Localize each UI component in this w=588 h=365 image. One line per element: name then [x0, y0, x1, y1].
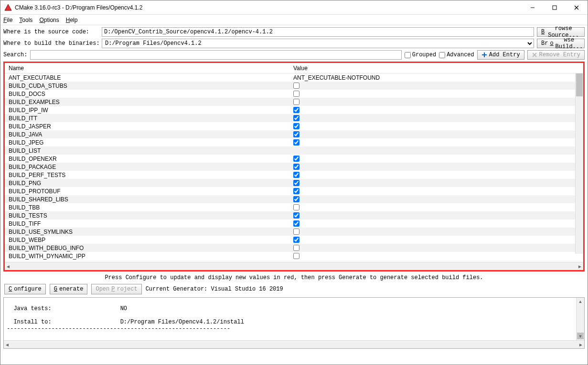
cache-value-checkbox[interactable] — [293, 180, 299, 186]
cache-entry-value[interactable] — [291, 131, 583, 137]
scroll-right-icon[interactable]: ► — [578, 342, 583, 347]
cache-entry-name: BUILD_PACKAGE — [5, 164, 291, 170]
browse-source-button[interactable]: Browse Source... — [537, 27, 585, 37]
table-row[interactable]: BUILD_DOCS — [5, 90, 583, 98]
table-row[interactable]: BUILD_WEBP — [5, 236, 583, 244]
table-row[interactable]: BUILD_PACKAGE — [5, 163, 583, 171]
table-row[interactable]: BUILD_JASPER — [5, 122, 583, 130]
table-row[interactable]: BUILD_JAVA — [5, 130, 583, 138]
grouped-checkbox[interactable]: Grouped — [405, 52, 436, 58]
table-row[interactable]: BUILD_OPENEXR — [5, 155, 583, 163]
table-row[interactable]: BUILD_EXAMPLES — [5, 98, 583, 106]
scroll-left-icon[interactable]: ◄ — [5, 342, 10, 347]
cache-entry-value[interactable] — [291, 245, 583, 251]
scrollbar-thumb[interactable] — [576, 73, 583, 96]
table-vertical-scrollbar[interactable] — [575, 73, 583, 254]
cache-entry-value[interactable]: ANT_EXECUTABLE-NOTFOUND — [291, 74, 583, 81]
output-vertical-scrollbar[interactable]: ▲ ▼ — [576, 298, 584, 340]
cache-entry-value[interactable] — [291, 123, 583, 129]
column-header-value[interactable]: Value — [291, 65, 575, 72]
build-path-combo[interactable]: D:/Program Files/Opencv4.1.2 — [102, 39, 534, 48]
cache-value-checkbox[interactable] — [293, 172, 299, 178]
output-text[interactable]: Java tests: NO Install to: D:/Program Fi… — [4, 298, 584, 340]
maximize-button[interactable] — [544, 0, 566, 14]
cache-value-checkbox[interactable] — [293, 156, 299, 162]
cache-value-checkbox[interactable] — [293, 131, 299, 137]
advanced-checkbox[interactable]: Advanced — [439, 52, 474, 58]
cache-entry-value[interactable] — [291, 212, 583, 219]
cache-value-checkbox[interactable] — [293, 245, 299, 251]
generate-button[interactable]: Generate — [50, 284, 88, 294]
table-row[interactable]: BUILD_SHARED_LIBS — [5, 195, 583, 203]
table-row[interactable]: BUILD_IPP_IW — [5, 106, 583, 114]
cache-entry-value[interactable] — [291, 180, 583, 186]
scroll-left-icon[interactable]: ◄ — [6, 264, 11, 269]
table-row[interactable]: BUILD_JPEG — [5, 138, 583, 146]
menu-file[interactable]: File — [3, 17, 12, 23]
scroll-up-icon[interactable]: ▲ — [577, 298, 584, 305]
browse-build-button[interactable]: Browse Build... — [537, 39, 585, 48]
table-row[interactable]: BUILD_TESTS — [5, 211, 583, 219]
minimize-button[interactable] — [522, 0, 544, 14]
table-row[interactable]: BUILD_ITT — [5, 114, 583, 122]
table-row[interactable]: BUILD_TBB — [5, 203, 583, 211]
table-row[interactable]: BUILD_PERF_TESTS — [5, 171, 583, 179]
table-row[interactable]: BUILD_WITH_DYNAMIC_IPP — [5, 252, 583, 260]
cache-value-checkbox[interactable] — [293, 237, 299, 243]
cache-value-checkbox[interactable] — [293, 229, 299, 235]
cache-value-checkbox[interactable] — [293, 115, 299, 121]
cache-value-checkbox[interactable] — [293, 107, 299, 113]
cache-value-checkbox[interactable] — [293, 212, 299, 219]
cache-entry-value[interactable] — [291, 253, 583, 259]
menu-options[interactable]: Options — [39, 17, 59, 23]
column-header-name[interactable]: Name — [5, 65, 291, 72]
titlebar: CMake 3.16.0-rc3 - D:/Program Files/Open… — [0, 0, 588, 15]
cache-value-checkbox[interactable] — [293, 164, 299, 170]
cache-entry-value[interactable] — [291, 188, 583, 194]
cache-value-checkbox[interactable] — [293, 83, 299, 89]
output-horizontal-scrollbar[interactable]: ◄ ► — [4, 340, 584, 348]
cache-value-checkbox[interactable] — [293, 123, 299, 129]
table-row[interactable]: ANT_EXECUTABLEANT_EXECUTABLE-NOTFOUND — [5, 73, 583, 82]
cache-entry-value[interactable] — [291, 83, 583, 89]
cache-value-checkbox[interactable] — [293, 188, 299, 194]
cache-entry-value[interactable] — [291, 91, 583, 97]
cache-entry-value[interactable] — [291, 156, 583, 162]
table-row[interactable]: BUILD_WITH_DEBUG_INFO — [5, 244, 583, 252]
cache-value-checkbox[interactable] — [293, 204, 299, 210]
search-input[interactable] — [30, 50, 401, 60]
cache-value-checkbox[interactable] — [293, 196, 299, 202]
configure-button[interactable]: Configure — [4, 284, 46, 294]
table-horizontal-scrollbar[interactable]: ◄ ► — [5, 262, 583, 270]
cache-entry-value[interactable] — [291, 99, 583, 105]
scroll-down-icon[interactable]: ▼ — [577, 333, 584, 340]
cache-value-checkbox[interactable] — [293, 91, 299, 97]
cache-entry-value[interactable] — [291, 204, 583, 210]
scroll-right-icon[interactable]: ► — [577, 264, 582, 269]
cache-entry-value[interactable] — [291, 220, 583, 227]
source-path-input[interactable] — [102, 27, 534, 37]
table-row[interactable]: BUILD_CUDA_STUBS — [5, 82, 583, 90]
cache-value-checkbox[interactable] — [293, 99, 299, 105]
menu-tools[interactable]: Tools — [19, 17, 32, 23]
cache-entry-value[interactable] — [291, 115, 583, 121]
cache-value-checkbox[interactable] — [293, 220, 299, 227]
cache-entry-value[interactable] — [291, 172, 583, 178]
table-row[interactable]: BUILD_TIFF — [5, 219, 583, 228]
table-row[interactable]: BUILD_LIST — [5, 146, 583, 155]
add-entry-button[interactable]: Add Entry — [477, 50, 524, 60]
table-row[interactable]: BUILD_PNG — [5, 179, 583, 187]
cache-entry-value[interactable] — [291, 164, 583, 170]
cache-entry-value[interactable] — [291, 229, 583, 235]
menu-help[interactable]: Help — [66, 17, 78, 23]
cache-entry-value[interactable] — [291, 139, 583, 146]
table-row[interactable]: BUILD_USE_SYMLINKS — [5, 228, 583, 236]
cache-entry-value[interactable] — [291, 196, 583, 202]
cache-entry-value[interactable] — [291, 237, 583, 243]
cache-entry-value[interactable] — [291, 107, 583, 113]
cache-table: Name Value ANT_EXECUTABLEANT_EXECUTABLE-… — [3, 62, 585, 271]
cache-value-checkbox[interactable] — [293, 139, 299, 146]
cache-value-checkbox[interactable] — [293, 253, 299, 259]
table-row[interactable]: BUILD_PROTOBUF — [5, 187, 583, 195]
close-button[interactable] — [566, 0, 588, 14]
